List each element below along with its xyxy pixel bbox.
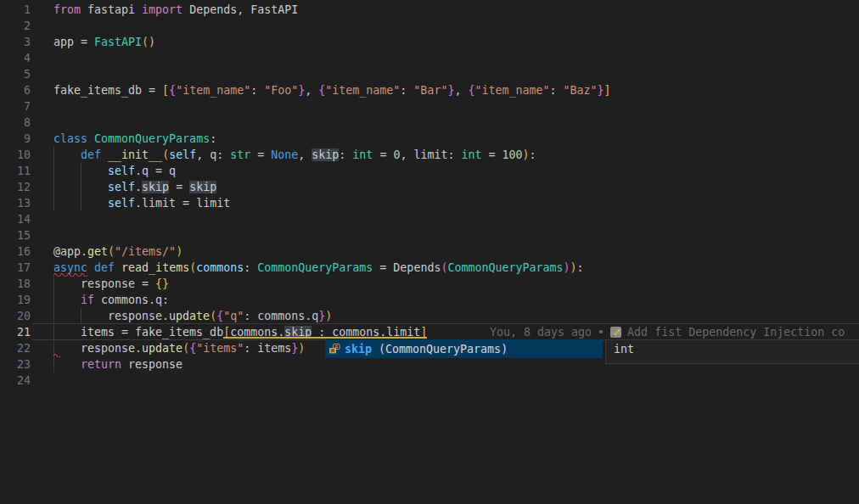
line-number[interactable]: 10 (0, 147, 31, 163)
bracket-pair-underline (223, 337, 427, 339)
line-number[interactable]: 2 (0, 18, 31, 34)
code-line-15[interactable]: 15 (0, 227, 859, 244)
code-token: skip (142, 181, 169, 193)
code-token: : (577, 261, 584, 274)
code-token: if (81, 294, 94, 306)
code-line-2[interactable]: 2 (0, 18, 859, 34)
code-token: "item_name" (474, 84, 549, 97)
blame-message: Add fist Dependency Injection co (627, 324, 845, 340)
code-token (101, 148, 108, 161)
code-line-7[interactable]: 7 (0, 98, 859, 115)
code-token: : commons.q (244, 310, 318, 322)
line-number[interactable]: 18 (0, 276, 31, 292)
code-line-16[interactable]: 16@app.get("/items/") (0, 244, 859, 260)
code-token: "Baz" (564, 84, 598, 97)
code-token: , (454, 84, 468, 97)
code-text: app = FastAPI() (53, 34, 155, 50)
code-line-13[interactable]: 13 self.limit = limit (0, 195, 859, 211)
code-token: ) (564, 261, 570, 274)
code-token: : (210, 132, 216, 145)
code-token: : (250, 84, 264, 97)
blame-bullet: • (598, 324, 604, 340)
line-number[interactable]: 21 (0, 324, 31, 340)
code-token: self (108, 165, 135, 177)
code-line-14[interactable]: 14 (0, 211, 859, 227)
code-token: ( (210, 310, 216, 322)
code-line-4[interactable]: 4 (0, 50, 859, 66)
code-token: ) (176, 245, 182, 258)
code-line-10[interactable]: 10 def __init__(self, q: str = None, ski… (0, 147, 859, 163)
line-number[interactable]: 11 (0, 163, 31, 179)
code-token: FastAPI (94, 36, 142, 48)
code-editor[interactable]: 1from fastapi import Depends, FastAPI23a… (0, 0, 859, 504)
code-token: update (142, 342, 182, 355)
code-token: , (298, 148, 312, 161)
code-token: ( (189, 261, 196, 274)
code-text: response = {} (53, 276, 169, 292)
code-line-11[interactable]: 11 self.q = q (0, 163, 859, 179)
code-token: : (530, 148, 536, 161)
line-number[interactable]: 7 (0, 98, 31, 115)
line-number[interactable]: 6 (0, 82, 31, 98)
line-number[interactable]: 24 (0, 372, 31, 389)
code-line-12[interactable]: 12 self.skip = skip (0, 179, 859, 195)
code-token: , (305, 84, 318, 97)
code-line-19[interactable]: 19 if commons.q: (0, 292, 859, 308)
code-token: ) (298, 342, 305, 355)
line-number[interactable]: 5 (0, 66, 31, 82)
code-line-9[interactable]: 9class CommonQueryParams: (0, 131, 859, 147)
code-token: "Foo" (264, 84, 298, 97)
code-token: response. (53, 310, 169, 322)
line-number[interactable]: 23 (0, 356, 31, 372)
line-number[interactable]: 22 (0, 340, 31, 356)
code-line-18[interactable]: 18 response = {} (0, 276, 859, 292)
code-token: self (108, 197, 135, 210)
code-token: = (373, 261, 393, 274)
suggest-item-skip[interactable]: skip (CommonQueryParams) (325, 339, 603, 358)
code-text: response.update({"q": commons.q}) (53, 308, 332, 324)
code-line-6[interactable]: 6fake_items_db = [{"item_name": "Foo"}, … (0, 82, 859, 98)
code-token (53, 197, 108, 210)
code-token: ) (325, 310, 332, 322)
code-text: self.q = q (53, 163, 176, 179)
suggest-widget[interactable]: skip (CommonQueryParams) (325, 339, 603, 359)
line-number[interactable]: 12 (0, 179, 31, 195)
line-number[interactable]: 3 (0, 34, 31, 50)
code-line-1[interactable]: 1from fastapi import Depends, FastAPI (0, 2, 859, 18)
suggest-label: skip (345, 343, 372, 356)
code-line-24[interactable]: 24 (0, 372, 859, 389)
code-token: Depends, FastAPI (182, 3, 298, 16)
code-token (87, 132, 94, 145)
code-line-3[interactable]: 3app = FastAPI() (0, 34, 859, 50)
line-number[interactable]: 4 (0, 50, 31, 66)
code-line-5[interactable]: 5 (0, 66, 859, 82)
line-number[interactable]: 17 (0, 260, 31, 276)
suggest-signature: (CommonQueryParams) (379, 343, 508, 356)
line-number[interactable]: 9 (0, 131, 31, 147)
code-text: if commons.q: (53, 292, 169, 308)
code-token: @app. (53, 245, 87, 258)
code-token: ] (604, 84, 611, 97)
line-number[interactable]: 19 (0, 292, 31, 308)
line-number[interactable]: 8 (0, 115, 31, 131)
code-token: CommonQueryParams (94, 132, 210, 145)
code-token: . (135, 181, 142, 193)
code-token: commons (196, 261, 244, 274)
field-icon (328, 342, 341, 356)
code-token: "item_name" (325, 84, 400, 97)
code-text: from fastapi import Depends, FastAPI (53, 2, 298, 18)
line-number[interactable]: 14 (0, 211, 31, 227)
code-token: import (142, 3, 182, 16)
code-line-20[interactable]: 20 response.update({"q": commons.q}) (0, 308, 859, 324)
line-number[interactable]: 16 (0, 244, 31, 260)
code-token: response = (53, 277, 155, 290)
code-token: {} (155, 277, 169, 290)
code-line-17[interactable]: 17async def read_items(commons: CommonQu… (0, 260, 859, 276)
code-line-8[interactable]: 8 (0, 115, 859, 131)
line-number[interactable]: 13 (0, 195, 31, 211)
code-token: .limit = limit (135, 197, 230, 210)
line-number[interactable]: 1 (0, 2, 31, 18)
code-token: : (244, 261, 257, 274)
line-number[interactable]: 20 (0, 308, 31, 324)
line-number[interactable]: 15 (0, 227, 31, 244)
